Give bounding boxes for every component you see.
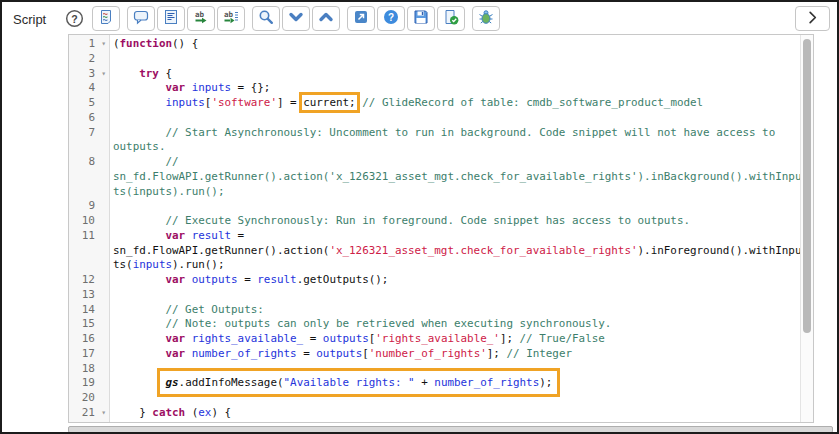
code-token: ( [185,406,198,419]
code-line: 7 // Start Asynchronously: Uncomment to … [69,126,800,156]
format-code-button[interactable] [157,6,185,31]
fold-arrow-icon[interactable]: ▾ [101,67,106,82]
code-rows: // Execute Synchronously: Run in foregro… [109,214,800,229]
collapse-panel-button[interactable] [795,6,830,31]
code-rows [109,288,800,303]
code-row[interactable]: } catch (ex) { [113,406,800,421]
code-token: // Start Asynchronously: Uncomment to ru… [113,126,775,139]
debug-icon [478,9,494,28]
chevron-right-icon [805,10,820,28]
search-button[interactable] [252,6,280,31]
code-row[interactable]: var inputs = {}; [113,81,800,96]
code-row[interactable]: // Note: outputs can only be retrieved w… [113,317,800,332]
fold-arrow-icon[interactable]: ▾ [101,37,106,52]
code-line: 16 var rights_available_ = outputs['righ… [69,332,800,347]
code-row[interactable]: var number_of_rights = outputs['number_o… [113,347,800,362]
code-line: 18 [69,362,800,377]
code-token: // Integer [506,347,572,360]
code-line: 21▾ } catch (ex) { [69,406,800,421]
code-token: gs [165,376,178,389]
code-row[interactable]: var rights_available_ = outputs['rights_… [113,332,800,347]
code-row[interactable] [113,288,800,303]
code-token: ).run(); [172,258,224,271]
syntax-check-icon [443,9,459,28]
code-row[interactable]: outputs. [113,140,800,155]
toolbar-group: abab [127,6,245,31]
code-line: 8 // sn_fd.FlowAPI.getRunner().action('x… [69,155,800,199]
code-token [113,229,165,242]
code-row[interactable]: ts(inputs).run(); [113,258,800,273]
code-row[interactable]: try { [113,67,800,82]
code-row[interactable]: var outputs = result.getOutputs(); [113,273,800,288]
toolbar-group [252,6,340,31]
code-token: ) { [211,406,231,419]
code-row[interactable]: // Execute Synchronously: Run in foregro… [113,214,800,229]
code-token: current; [303,96,355,109]
code-token: try [139,67,159,80]
code-row[interactable] [113,111,800,126]
code-row[interactable]: var result = [113,229,800,244]
scrollbar-thumb[interactable] [803,39,811,333]
code-row[interactable]: (function() { [113,37,800,52]
code-row[interactable]: // Start Asynchronously: Uncomment to ru… [113,126,800,141]
help-button[interactable]: ? [377,6,405,31]
toggle-syntax-editor-button[interactable] [92,6,120,31]
code-row[interactable] [113,52,800,67]
svg-text:?: ? [71,13,77,25]
find-previous-button[interactable] [312,6,340,31]
code-editor[interactable]: 1▾(function() {23▾ try {4 var inputs = {… [68,34,814,423]
code-line: 10 // Execute Synchronously: Run in fore… [69,214,800,229]
code-rows: // Start Asynchronously: Uncomment to ru… [109,126,800,156]
editor-toolbar: abab? [92,6,500,31]
code-row[interactable]: sn_fd.FlowAPI.getRunner().action('x_1263… [113,170,800,185]
code-token: number_of_rights [434,376,539,389]
code-token: ex [257,421,270,424]
check-syntax-button[interactable] [437,6,465,31]
line-number: 7 [69,126,109,156]
replace-all-button[interactable]: ab [217,6,245,31]
code-row[interactable]: gs.addInfoMessage("Available rights: " +… [113,376,800,391]
save-button[interactable] [407,6,435,31]
vertical-scrollbar[interactable] [800,35,813,422]
code-line: 5 inputs['software'] = current; // Glide… [69,96,800,111]
line-number: 16 [69,332,109,347]
code-row[interactable]: // [113,155,800,170]
question-circle-icon[interactable]: ? [65,9,84,28]
replace-button[interactable]: ab [187,6,215,31]
code-token [113,376,165,389]
toolbar-group [472,6,500,31]
code-token: outputs [192,273,238,286]
save-icon [413,9,429,28]
code-token: sn_fd.FlowAPI.getRunner().action( [113,244,329,257]
code-row[interactable]: var message = ex.getMessage(); [113,421,800,424]
code-row[interactable] [113,362,800,377]
code-row[interactable]: ts(inputs).run(); [113,185,800,200]
code-token: = [238,273,258,286]
code-rows: var inputs = {}; [109,81,800,96]
code-token: } [113,406,152,419]
code-token: var [165,332,185,345]
line-number: 17 [69,347,109,362]
pop-out-button[interactable] [347,6,375,31]
code-line: 1▾(function() { [69,37,800,52]
code-row[interactable]: sn_fd.FlowAPI.getRunner().action('x_1263… [113,244,800,259]
fold-arrow-icon[interactable]: ▾ [101,406,106,421]
code-row[interactable]: inputs['software'] = current; // GlideRe… [113,96,800,111]
code-row[interactable] [113,391,800,406]
comment-code-button[interactable] [127,6,155,31]
start-debugging-button[interactable] [472,6,500,31]
find-next-button[interactable] [282,6,310,31]
resize-handle[interactable] [68,426,833,433]
code-rows: var result =sn_fd.FlowAPI.getRunner().ac… [109,229,800,273]
line-number: 14 [69,303,109,318]
code-line: 2 [69,52,800,67]
code-row[interactable] [113,199,800,214]
code-token: inputs [165,96,204,109]
line-number: 18 [69,362,109,377]
code-token [113,273,165,286]
line-number: 1▾ [69,37,109,52]
code-token: outputs [316,347,362,360]
code-row[interactable]: // Get Outputs: [113,303,800,318]
code-rows [109,52,800,67]
code-token [113,421,165,424]
